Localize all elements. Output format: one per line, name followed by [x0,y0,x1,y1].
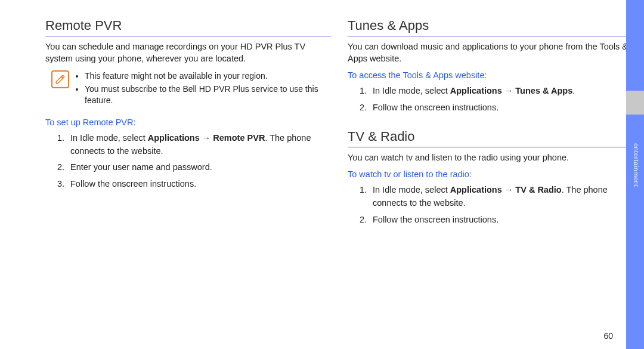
sidebar-section-marker [626,91,644,115]
step-item: In Idle mode, select Applications → Remo… [67,132,331,158]
note-item: This feature might not be available in y… [85,70,331,82]
note-box: This feature might not be available in y… [51,70,331,108]
step-item: In Idle mode, select Applications → TV &… [369,184,633,210]
sidebar-label: entertainment [633,143,640,187]
heading-tv-radio: TV & Radio [348,129,633,147]
step-item: Enter your user name and password. [67,161,331,174]
page-body: Remote PVR You can schedule and manage r… [0,0,644,242]
subheading-access-tools-apps: To access the Tools & Apps website: [348,70,633,80]
step-item: Follow the onscreen instructions. [369,101,633,115]
step-item: In Idle mode, select Applications → Tune… [369,85,633,98]
page-number: 60 [603,331,613,341]
step-item: Follow the onscreen instructions. [369,214,633,227]
left-column: Remote PVR You can schedule and manage r… [45,18,331,230]
tunes-apps-steps: In Idle mode, select Applications → Tune… [348,85,633,115]
step-item: Follow the onscreen instructions. [67,178,331,191]
heading-tunes-apps: Tunes & Apps [348,18,633,36]
subheading-setup-remote-pvr: To set up Remote PVR: [45,118,331,127]
tunes-apps-description: You can download music and applications … [348,41,633,64]
remote-pvr-description: You can schedule and manage recordings o… [45,41,331,64]
note-pencil-icon [51,70,69,88]
note-bullet-list: This feature might not be available in y… [75,70,331,108]
note-item: You must subscribe to the Bell HD PVR Pl… [85,84,331,107]
tv-radio-description: You can watch tv and listen to the radio… [348,152,633,164]
heading-remote-pvr: Remote PVR [45,18,331,36]
right-column: Tunes & Apps You can download music and … [348,18,633,230]
tv-radio-steps: In Idle mode, select Applications → TV &… [348,184,633,226]
subheading-watch-tv-radio: To watch tv or listen to the radio: [348,169,633,179]
remote-pvr-steps: In Idle mode, select Applications → Remo… [45,132,331,191]
